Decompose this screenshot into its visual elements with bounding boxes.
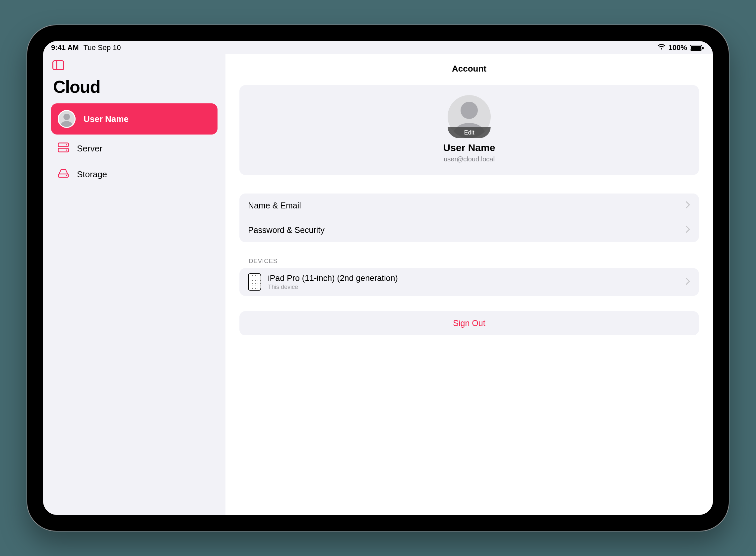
svg-rect-0 bbox=[53, 61, 64, 70]
sidebar-item-label: User Name bbox=[84, 114, 129, 124]
battery-icon bbox=[690, 45, 702, 51]
row-label: Password & Security bbox=[248, 225, 679, 235]
account-settings-group: Name & Email Password & Security bbox=[239, 194, 699, 242]
svg-point-2 bbox=[63, 114, 70, 120]
row-device[interactable]: iPad Pro (11-inch) (2nd generation) This… bbox=[239, 268, 699, 296]
profile-email: user@cloud.local bbox=[239, 155, 699, 163]
app: Cloud User Name Server bbox=[43, 54, 713, 515]
detail-pane: Account Edit User Name user@cloud.local bbox=[226, 54, 713, 515]
profile-name: User Name bbox=[239, 142, 699, 153]
battery-percent: 100% bbox=[668, 43, 687, 52]
storage-icon bbox=[58, 169, 69, 180]
avatar-icon bbox=[58, 110, 75, 128]
wifi-icon bbox=[657, 43, 666, 52]
sidebar-item-label: Server bbox=[77, 143, 102, 154]
status-time: 9:41 AM bbox=[51, 43, 79, 52]
sidebar-item-account[interactable]: User Name bbox=[51, 103, 218, 135]
sidebar-item-storage[interactable]: Storage bbox=[51, 163, 218, 186]
svg-point-5 bbox=[66, 144, 67, 145]
server-icon bbox=[58, 142, 69, 155]
sign-out-button[interactable]: Sign Out bbox=[239, 311, 699, 335]
chevron-right-icon bbox=[686, 201, 690, 210]
row-password-security[interactable]: Password & Security bbox=[239, 218, 699, 242]
avatar-edit-label: Edit bbox=[448, 127, 491, 138]
sidebar-item-server[interactable]: Server bbox=[51, 137, 218, 161]
status-date: Tue Sep 10 bbox=[84, 43, 121, 52]
svg-point-9 bbox=[461, 102, 478, 119]
device-name: iPad Pro (11-inch) (2nd generation) bbox=[268, 273, 679, 283]
status-bar: 9:41 AM Tue Sep 10 100% bbox=[43, 41, 713, 54]
avatar-edit-button[interactable]: Edit bbox=[448, 95, 491, 138]
devices-group: DEVICES iPad Pro (11-inch) (2nd generati… bbox=[239, 257, 699, 296]
page-title: Account bbox=[226, 54, 713, 85]
device-info: iPad Pro (11-inch) (2nd generation) This… bbox=[268, 273, 679, 290]
sidebar-title: Cloud bbox=[53, 77, 218, 97]
sidebar-toggle-button[interactable] bbox=[53, 60, 64, 70]
devices-header: DEVICES bbox=[249, 257, 699, 265]
svg-point-6 bbox=[66, 149, 67, 151]
ipad-frame: 9:41 AM Tue Sep 10 100% Cloud bbox=[27, 25, 729, 531]
svg-point-8 bbox=[66, 175, 67, 176]
screen: 9:41 AM Tue Sep 10 100% Cloud bbox=[43, 41, 713, 515]
signout-group: Sign Out bbox=[239, 311, 699, 335]
device-subtitle: This device bbox=[268, 284, 679, 290]
row-label: Name & Email bbox=[248, 201, 679, 210]
profile-card: Edit User Name user@cloud.local bbox=[239, 85, 699, 175]
row-name-email[interactable]: Name & Email bbox=[239, 194, 699, 218]
sidebar: Cloud User Name Server bbox=[43, 54, 226, 515]
device-icon bbox=[248, 273, 261, 290]
sidebar-item-label: Storage bbox=[77, 169, 107, 180]
chevron-right-icon bbox=[686, 277, 690, 287]
chevron-right-icon bbox=[686, 225, 690, 235]
